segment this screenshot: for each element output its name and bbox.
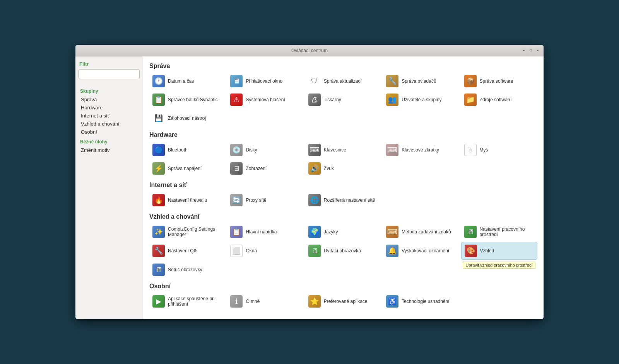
item-setrič[interactable]: 🖥 Šetřič obrazovky [149, 261, 226, 278]
compiz-icon: ✨ [152, 226, 165, 238]
lightdm-icon: 🖥 [308, 245, 321, 257]
item-aktualizace-label: Správa aktualizací [324, 78, 362, 84]
item-zobrazeni[interactable]: 🖥 Zobrazení [227, 160, 303, 177]
item-vzhled-label: Vzhled [480, 248, 494, 253]
driver-icon: 🔧 [386, 75, 398, 87]
item-napajeni-label: Správa napájení [168, 166, 202, 171]
window-icon: ⬜ [230, 245, 243, 257]
item-tiskarny[interactable]: 🖨 Tiskárny [305, 91, 381, 108]
startup-icon: ▶ [152, 295, 165, 308]
item-setrič-label: Šetřič obrazovky [168, 267, 202, 272]
item-zaloha-label: Zálohovací nástroj [168, 116, 206, 121]
item-pracprost[interactable]: 🖥 Nastavení pracovního prostředí [461, 223, 537, 240]
item-bluetooth[interactable]: 🔵 Bluetooth [149, 141, 226, 158]
item-zkratky[interactable]: ⌨ Klávesové zkratky [383, 141, 459, 158]
item-mys-label: Myš [480, 147, 488, 153]
item-synaptic-label: Správce balíků Synaptic [168, 97, 218, 102]
print-icon: 🖨 [308, 94, 321, 106]
item-uzivatele[interactable]: 👥 Uživatelé a skupiny [383, 91, 459, 108]
item-metoda[interactable]: ⌨ Metoda zadávání znaků [383, 223, 459, 240]
item-pristupnost[interactable]: ♿ Technologie usnadnění [383, 293, 459, 310]
access-icon: ♿ [386, 295, 398, 308]
item-vzhled[interactable]: 🎨 Vzhled Upravit vzhled pracovního prost… [461, 242, 537, 260]
item-aktualizace[interactable]: 🛡 Správa aktualizací [305, 73, 381, 90]
item-startup[interactable]: ▶ Aplikace spouštěné při přihlášení [149, 293, 226, 310]
item-disky-label: Disky [246, 147, 257, 153]
item-datum-label: Datum a čas [168, 78, 194, 84]
section-header-osobni: Osobní [149, 283, 537, 290]
power-icon: ⚡ [152, 162, 165, 175]
item-notifikace[interactable]: 🔔 Vyskakovací oznámení [383, 242, 459, 260]
item-zobrazeni-label: Zobrazení [246, 166, 267, 171]
item-software[interactable]: 📦 Správa software [461, 73, 537, 90]
item-prihlasovaci[interactable]: 🖥 Přihlašovací okno [227, 73, 303, 90]
osobni-grid: ▶ Aplikace spouštěné při přihlášení ℹ O … [149, 293, 537, 310]
disk-icon: 💿 [230, 144, 243, 156]
sidebar-item-internet[interactable]: Internet a síť [79, 112, 140, 120]
item-software-label: Správa software [480, 78, 513, 84]
item-jazyky[interactable]: 🌍 Jazyky [305, 223, 381, 240]
item-zdroje[interactable]: 📁 Zdroje softwaru [461, 91, 537, 108]
main-panel: Správa 🕐 Datum a čas 🖥 Přihlašovací okno… [143, 56, 544, 319]
sidebar-item-vzhled[interactable]: Vzhled a chování [79, 120, 140, 128]
main-window: Ovládací centrum − □ × Filtr 🔍 Skupiny S… [75, 45, 544, 319]
item-tiskarny-label: Tiskárny [324, 97, 341, 102]
bluetooth-icon: 🔵 [152, 144, 165, 156]
item-ovladace[interactable]: 🔧 Správa ovladačů [383, 73, 459, 90]
sound-icon: 🔊 [308, 162, 321, 175]
error-icon: ⚠ [230, 94, 243, 106]
sidebar-item-sprava[interactable]: Správa [79, 95, 140, 104]
item-ovladace-label: Správa ovladačů [402, 78, 436, 84]
search-input[interactable] [79, 69, 140, 79]
sidebar-groups: Skupiny Správa Hardware Internet a síť V… [79, 88, 140, 136]
item-zvuk[interactable]: 🔊 Zvuk [305, 160, 381, 177]
item-qt-label: Nastavení Qt5 [168, 248, 198, 253]
item-proxy[interactable]: 🔄 Proxy sítě [227, 192, 303, 209]
input-icon: ⌨ [386, 226, 398, 238]
mouse-icon: 🖱 [464, 144, 477, 156]
workspace-icon: 🖥 [464, 226, 477, 238]
notify-icon: 🔔 [386, 245, 398, 257]
item-synaptic[interactable]: 📋 Správce balíků Synaptic [149, 91, 226, 108]
sidebar: Filtr 🔍 Skupiny Správa Hardware Internet… [75, 56, 143, 319]
item-datum[interactable]: 🕐 Datum a čas [149, 73, 226, 90]
search-wrapper: 🔍 [79, 69, 140, 84]
item-qt[interactable]: 🔧 Nastavení Qt5 [149, 242, 226, 260]
qt-icon: 🔧 [152, 245, 165, 257]
item-prefapps[interactable]: ⭐ Preferované aplikace [305, 293, 381, 310]
maximize-button[interactable]: □ [528, 48, 534, 53]
item-mys[interactable]: 🖱 Myš [461, 141, 537, 158]
about-icon: ℹ [230, 295, 243, 308]
sidebar-item-motiv[interactable]: Změnit motiv [79, 146, 140, 154]
item-disky[interactable]: 💿 Disky [227, 141, 303, 158]
item-omne-label: O mně [246, 299, 260, 304]
item-omne[interactable]: ℹ O mně [227, 293, 303, 310]
sidebar-item-osobni[interactable]: Osobní [79, 128, 140, 136]
item-rozsirena[interactable]: 🌐 Rozšířená nastavení sítě [305, 192, 381, 209]
shortcut-icon: ⌨ [386, 144, 398, 156]
item-jazyky-label: Jazyky [324, 229, 338, 235]
sources-icon: 📁 [464, 94, 477, 106]
item-hlaseni[interactable]: ⚠ Systémová hlášení [227, 91, 303, 108]
item-klavesnice[interactable]: ⌨ Klávesnice [305, 141, 381, 158]
hardware-grid: 🔵 Bluetooth 💿 Disky ⌨ Klávesnice ⌨ Kláve… [149, 141, 537, 177]
item-hlavni[interactable]: 📋 Hlavní nabídka [227, 223, 303, 240]
sidebar-item-hardware[interactable]: Hardware [79, 104, 140, 112]
item-napajeni[interactable]: ⚡ Správa napájení [149, 160, 226, 177]
item-uvitaci[interactable]: 🖥 Uvítací obrazovka [305, 242, 381, 260]
item-zaloha[interactable]: 💾 Zálohovací nástroj [149, 110, 226, 127]
screen-icon: 🖥 [152, 264, 165, 276]
item-compiz[interactable]: ✨ CompizConfig Settings Manager [149, 223, 226, 240]
sidebar-bezne: Běžné úlohy Změnit motiv [79, 139, 140, 154]
item-firewall[interactable]: 🔥 Nastavení firewallu [149, 192, 226, 209]
proxy-icon: 🔄 [230, 194, 243, 206]
minimize-button[interactable]: − [521, 48, 527, 53]
close-button[interactable]: × [535, 48, 540, 53]
bezne-label: Běžné úlohy [79, 139, 140, 145]
section-header-sprava: Správa [149, 63, 537, 70]
section-header-vzhled: Vzhled a chování [149, 213, 537, 220]
item-proxy-label: Proxy sítě [246, 197, 266, 203]
keyboard-icon: ⌨ [308, 144, 321, 156]
lang-icon: 🌍 [308, 226, 321, 238]
item-okna[interactable]: ⬜ Okna [227, 242, 303, 260]
